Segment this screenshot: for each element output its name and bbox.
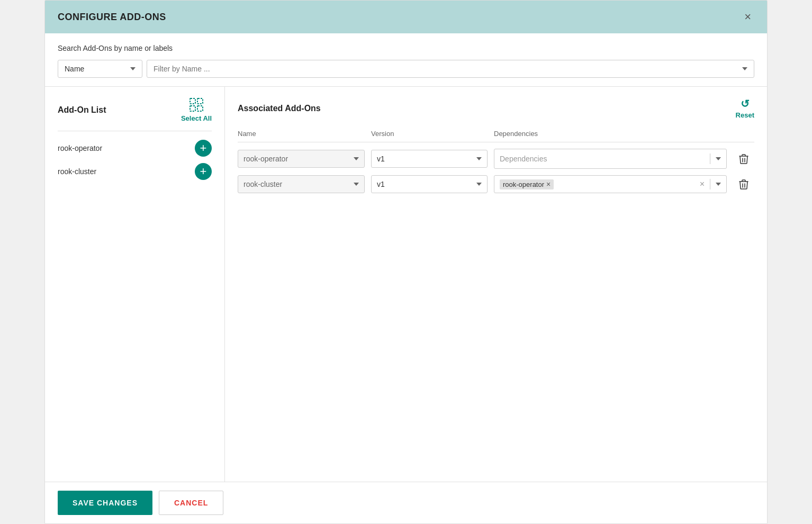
cancel-button[interactable]: CANCEL	[159, 491, 223, 515]
name-value: rook-cluster	[243, 180, 350, 188]
version-chevron-icon	[476, 183, 482, 186]
filter-input-wrap	[147, 60, 754, 78]
deps-select-rook-operator[interactable]: Dependencies	[494, 149, 727, 169]
save-changes-button[interactable]: SAVE CHANGES	[58, 491, 152, 515]
name-value: rook-operator	[243, 155, 350, 163]
addon-list-title: Add-On List	[58, 105, 106, 115]
svg-rect-2	[190, 106, 195, 111]
associated-header: Associated Add-Ons ↺ Reset	[238, 97, 754, 119]
name-select-rook-operator[interactable]: rook-operator	[238, 150, 365, 168]
table-headers: Name Version Dependencies	[238, 130, 754, 142]
deps-clear-icon[interactable]: ×	[700, 179, 705, 189]
trash-icon	[739, 179, 748, 189]
select-all-button[interactable]: Select All	[181, 97, 212, 122]
name-select-rook-cluster[interactable]: rook-cluster	[238, 175, 365, 193]
main-content: Add-On List Select All rook-operator	[45, 87, 767, 482]
col-header-actions	[733, 130, 754, 138]
dep-tag-label: rook-operator	[503, 180, 544, 188]
version-select-rook-operator[interactable]: v1	[371, 150, 488, 168]
version-value: v1	[377, 180, 473, 188]
addon-item-name: rook-operator	[58, 144, 102, 152]
name-chevron-icon	[354, 183, 359, 186]
name-chevron-icon	[354, 157, 359, 160]
version-value: v1	[377, 155, 473, 163]
svg-rect-3	[197, 106, 203, 111]
associated-panel: Associated Add-Ons ↺ Reset Name Version …	[225, 87, 767, 482]
add-rook-cluster-button[interactable]: +	[195, 163, 212, 180]
col-header-name: Name	[238, 130, 365, 138]
deps-select-rook-cluster[interactable]: rook-operator × ×	[494, 175, 727, 193]
filter-type-chevron-icon	[130, 67, 136, 70]
select-all-label: Select All	[181, 114, 212, 122]
delete-rook-cluster-button[interactable]	[733, 177, 754, 192]
col-header-version: Version	[371, 130, 488, 138]
configure-addons-dialog: CONFIGURE ADD-ONS × Search Add-Ons by na…	[44, 0, 768, 524]
svg-rect-0	[190, 98, 195, 104]
associated-title: Associated Add-Ons	[238, 104, 321, 113]
reset-label: Reset	[736, 111, 754, 119]
add-rook-operator-button[interactable]: +	[195, 140, 212, 157]
filter-input[interactable]	[154, 65, 742, 73]
addon-items: rook-operator + rook-cluster +	[45, 131, 224, 188]
addon-list-panel: Add-On List Select All rook-operator	[45, 87, 225, 482]
select-all-icon	[189, 97, 204, 112]
addon-item: rook-cluster +	[58, 163, 212, 180]
addon-item-name: rook-cluster	[58, 167, 96, 176]
dialog-header: CONFIGURE ADD-ONS ×	[45, 1, 767, 33]
col-header-deps: Dependencies	[494, 130, 727, 138]
dialog-title: CONFIGURE ADD-ONS	[58, 12, 166, 23]
search-section: Search Add-Ons by name or labels Name	[45, 33, 767, 87]
reset-icon: ↺	[741, 97, 750, 110]
close-button[interactable]: ×	[741, 10, 754, 24]
deps-chevron-icon	[716, 157, 721, 160]
dep-tag-remove-button[interactable]: ×	[546, 180, 551, 188]
filter-type-label: Name	[65, 65, 126, 73]
dep-tag-rook-operator: rook-operator ×	[500, 179, 554, 189]
search-row: Name	[58, 60, 754, 78]
version-chevron-icon	[476, 157, 482, 160]
deps-placeholder: Dependencies	[500, 155, 705, 163]
deps-divider	[710, 153, 710, 164]
search-label: Search Add-Ons by name or labels	[58, 44, 754, 52]
addon-list-header: Add-On List Select All	[45, 87, 224, 131]
reset-button[interactable]: ↺ Reset	[736, 97, 754, 119]
trash-icon	[739, 153, 748, 164]
filter-input-chevron-icon	[742, 67, 747, 70]
deps-chevron-icon	[716, 183, 721, 186]
deps-divider	[710, 179, 710, 189]
table-row: rook-cluster v1 rook-operator × ×	[238, 175, 754, 193]
version-select-rook-cluster[interactable]: v1	[371, 175, 488, 193]
delete-rook-operator-button[interactable]	[733, 151, 754, 166]
dialog-footer: SAVE CHANGES CANCEL	[45, 482, 767, 523]
filter-type-select[interactable]: Name	[58, 60, 142, 78]
addon-item: rook-operator +	[58, 140, 212, 157]
svg-rect-1	[197, 98, 203, 104]
table-row: rook-operator v1 Dependencies	[238, 149, 754, 169]
